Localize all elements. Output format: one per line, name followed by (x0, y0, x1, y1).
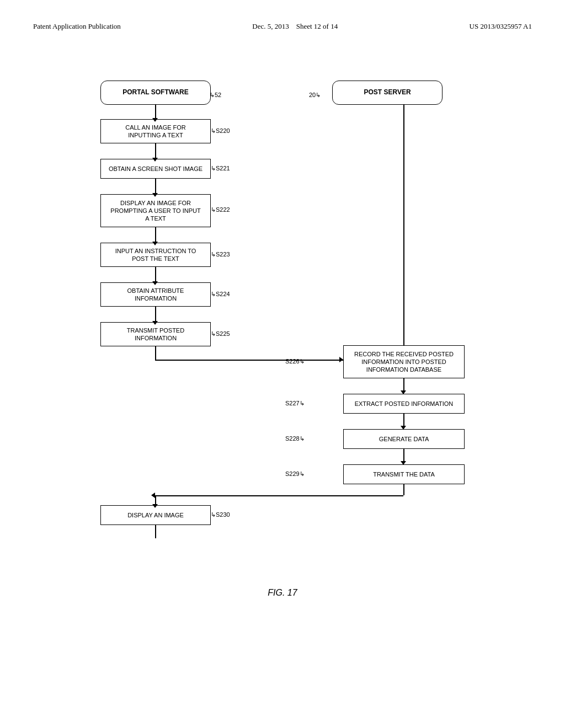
portal-ref: ↳52 (210, 92, 221, 99)
step-S227: EXTRACT POSTED INFORMATION (343, 394, 465, 414)
figure-caption: FIG. 17 (33, 588, 532, 598)
step-S230: DISPLAY AN IMAGE (100, 505, 211, 525)
label-S224: ↳S224 (211, 291, 230, 298)
label-S225: ↳S225 (211, 330, 230, 338)
header-center: Dec. 5, 2013 Sheet 12 of 14 (252, 22, 338, 31)
label-S223: ↳S223 (211, 251, 230, 258)
step-S226: RECORD THE RECEIVED POSTEDINFORMATION IN… (343, 345, 465, 378)
server-ref: 20↳ (309, 92, 321, 99)
column-header-server: POST SERVER (332, 81, 443, 105)
step-S228: GENERATE DATA (343, 429, 465, 449)
label-S221: ↳S221 (211, 165, 230, 172)
label-S222: ↳S222 (211, 206, 230, 213)
header-date: Dec. 5, 2013 (252, 22, 289, 30)
page: Patent Application Publication Dec. 5, 2… (0, 0, 565, 728)
step-S225: TRANSMIT POSTEDINFORMATION (100, 322, 211, 346)
header-right: US 2013/0325957 A1 (470, 22, 532, 31)
header-left: Patent Application Publication (33, 22, 121, 31)
label-S220: ↳S220 (211, 127, 230, 135)
label-S228: S228↳ (285, 435, 305, 442)
diagram-area: PORTAL SOFTWARE ↳52 POST SERVER 20↳ CALL… (33, 75, 532, 571)
label-S229: S229↳ (285, 470, 305, 478)
label-S230: ↳S230 (211, 511, 230, 518)
column-header-portal: PORTAL SOFTWARE (100, 81, 211, 105)
header-sheet: Sheet 12 of 14 (296, 22, 338, 30)
step-S221: OBTAIN A SCREEN SHOT IMAGE (100, 159, 211, 179)
label-S227: S227↳ (285, 400, 305, 407)
page-header: Patent Application Publication Dec. 5, 2… (33, 22, 532, 31)
label-S226: S226↳ (285, 358, 305, 365)
step-S223: INPUT AN INSTRUCTION TOPOST THE TEXT (100, 243, 211, 267)
step-S229: TRANSMIT THE DATA (343, 464, 465, 484)
step-S224: OBTAIN ATTRIBUTEINFORMATION (100, 282, 211, 307)
step-S222: DISPLAY AN IMAGE FORPROMPTING A USER TO … (100, 194, 211, 227)
step-S220: CALL AN IMAGE FORINPUTTING A TEXT (100, 119, 211, 143)
diagram-container: PORTAL SOFTWARE ↳52 POST SERVER 20↳ CALL… (89, 75, 476, 571)
